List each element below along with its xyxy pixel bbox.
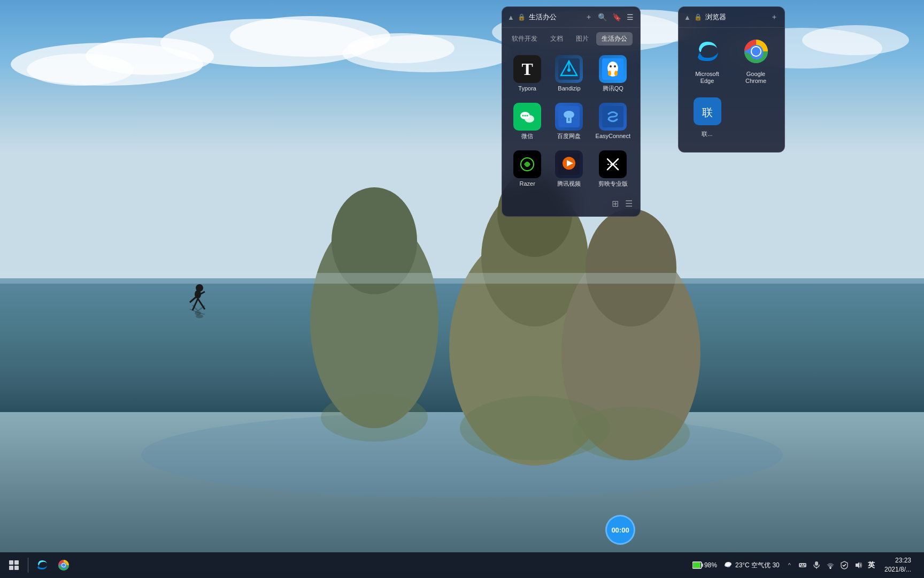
battery-percent: 98% [704,561,717,569]
app-microsoft-edge[interactable]: Microsoft Edge [685,32,729,88]
svg-point-71 [752,47,760,56]
svg-rect-90 [804,564,805,565]
lang-indicator[interactable]: 英 [866,560,877,570]
svg-rect-67 [694,37,721,65]
collapse-icon-right[interactable]: ▲ [684,13,691,21]
microphone-icon[interactable] [810,559,823,572]
menu-icon-left[interactable]: ☰ [626,12,635,22]
bookmark-icon-left[interactable]: 🔖 [611,12,622,22]
list-view-btn[interactable]: ☰ [624,197,634,210]
taskbar-chrome-icon[interactable] [54,556,73,575]
add-icon-left[interactable]: ＋ [584,11,594,23]
battery-icon [692,561,703,569]
add-icon-right[interactable]: ＋ [769,11,779,23]
tab-documents[interactable]: 文档 [545,32,568,45]
baidu-label: 百度网盘 [557,133,581,140]
grid-view-btn[interactable]: ⊞ [611,197,620,210]
wechat-icon [513,103,541,131]
tray-expand-button[interactable]: ^ [786,561,793,569]
razer-icon [513,150,541,178]
app-qq[interactable]: 腾讯QQ [592,52,634,95]
launcher-left-footer: ⊞ ☰ [502,195,640,210]
tencent-video-icon [555,150,583,178]
launcher-left-controls: ＋ 🔍 🔖 ☰ [584,11,635,23]
search-icon-left[interactable]: 🔍 [597,12,608,22]
svg-point-48 [614,71,618,76]
tab-images[interactable]: 图片 [571,32,594,45]
app-easyconnect[interactable]: EasyConnect [592,100,634,143]
datetime-area[interactable]: 23:23 2021/8/... [880,556,915,574]
svg-rect-88 [800,564,801,565]
time-display: 23:23 [884,556,911,565]
system-tray: 英 [796,559,877,572]
lock-icon-right: 🔒 [694,13,702,21]
weather-text: 23°C 空气优 30 [735,561,780,570]
svg-rect-82 [702,564,703,567]
launcher-right-panel: ▲ 🔒 浏览器 ＋ Micros [678,6,785,153]
volume-icon[interactable] [852,559,865,572]
battery-area: 98% [692,561,717,569]
svg-text:联: 联 [702,107,713,118]
task-view-button[interactable] [4,556,24,575]
app-bandizip[interactable]: Bandizip [550,52,588,95]
tencent-video-label: 腾讯视频 [557,180,581,187]
app-razer[interactable]: Razer [509,147,546,191]
svg-point-21 [586,209,676,326]
easyconnect-label: EasyConnect [596,133,630,140]
app-wechat[interactable]: 微信 [509,100,546,143]
svg-marker-95 [856,562,859,568]
app-capcut[interactable]: 剪映专业版 [592,147,634,191]
chrome-icon [740,35,772,67]
launcher-right-title-area: ▲ 🔒 浏览器 [684,12,726,22]
svg-point-7 [348,33,455,63]
launcher-left-title: 生活办公 [529,12,557,22]
edge-label: Microsoft Edge [688,71,726,85]
svg-point-32 [196,315,203,318]
security-icon[interactable] [838,559,851,572]
svg-rect-75 [14,560,19,565]
launcher-right-controls: ＋ [769,11,779,23]
app-typora[interactable]: T Typora [509,52,546,95]
app-tencent-video[interactable]: 腾讯视频 [550,147,588,191]
svg-rect-74 [9,560,13,565]
network-icon[interactable] [824,559,837,572]
svg-point-11 [802,25,909,55]
svg-point-26 [196,284,203,292]
typora-icon: T [513,55,541,83]
lock-icon-left: 🔒 [518,13,526,21]
svg-rect-83 [693,562,700,568]
launcher-right-header: ▲ 🔒 浏览器 ＋ [679,7,784,28]
svg-rect-92 [815,561,818,566]
wechat-label: 微信 [521,133,533,140]
taskbar-edge-icon[interactable] [33,556,52,575]
svg-point-54 [527,115,528,117]
qq-label: 腾讯QQ [603,85,623,92]
launcher-left-title-area: ▲ 🔒 生活办公 [507,12,557,22]
tab-software-dev[interactable]: 软件开发 [506,32,543,45]
tab-life-office[interactable]: 生活办公 [596,32,633,45]
collapse-icon-left[interactable]: ▲ [507,13,514,21]
weather-area: 23°C 空气优 30 [720,560,783,570]
bandizip-label: Bandizip [558,85,580,92]
svg-point-52 [522,115,524,117]
background-scene [0,0,924,578]
qq-icon [599,55,627,83]
app-lian[interactable]: 联 联... [685,92,729,141]
app-google-chrome[interactable]: Google Chrome [734,32,778,88]
capcut-label: 剪映专业版 [598,180,628,187]
svg-point-46 [614,65,616,67]
launcher-left-header: ▲ 🔒 生活办公 ＋ 🔍 🔖 ☰ [502,7,640,28]
launcher-right-title: 浏览器 [705,12,726,22]
svg-rect-77 [14,566,19,570]
svg-point-86 [725,564,729,567]
baidu-icon [555,103,583,131]
app-baidu[interactable]: 百度网盘 [550,100,588,143]
input-method-icon[interactable] [796,559,809,572]
svg-rect-76 [9,566,13,570]
svg-point-23 [321,393,428,442]
edge-icon [691,35,723,67]
svg-point-24 [572,407,690,460]
timer-circle[interactable]: 00:00 [605,515,635,545]
svg-point-51 [525,115,534,123]
apps-grid-left: T Typora Bandizip [502,48,640,195]
